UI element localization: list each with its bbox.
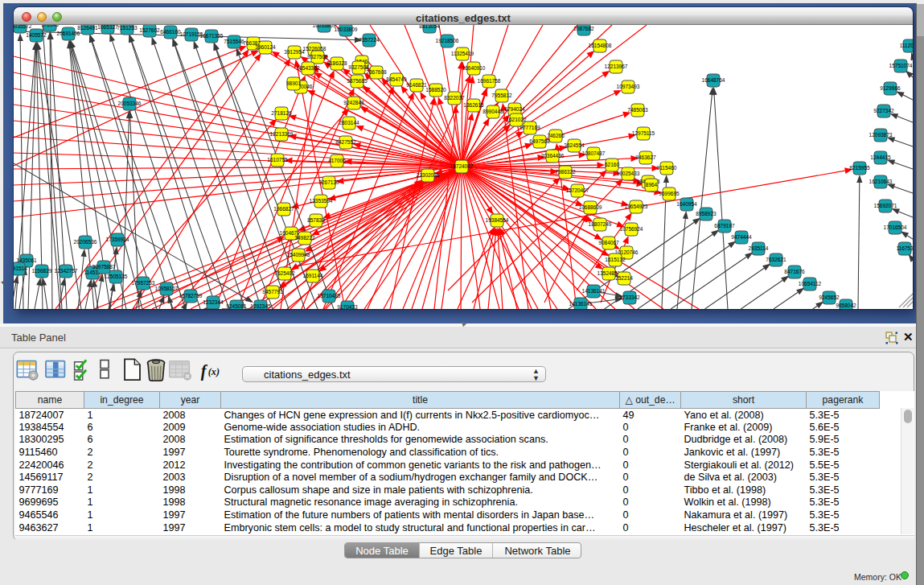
svg-text:9658042: 9658042 xyxy=(836,303,856,308)
svg-text:10654112: 10654112 xyxy=(799,281,822,286)
svg-text:6794024: 6794024 xyxy=(504,106,525,112)
svg-text:252214: 252214 xyxy=(615,275,633,281)
svg-text:8427552: 8427552 xyxy=(335,139,356,145)
svg-text:7357224: 7357224 xyxy=(359,37,380,43)
svg-text:6466160: 6466160 xyxy=(160,29,181,35)
svg-text:15692071: 15692071 xyxy=(874,203,897,208)
svg-text:16782759: 16782759 xyxy=(179,293,203,299)
svg-text:8186328: 8186328 xyxy=(326,60,347,66)
svg-text:19384554: 19384554 xyxy=(486,217,509,223)
svg-text:3498222: 3498222 xyxy=(294,235,315,241)
svg-text:11325419: 11325419 xyxy=(451,51,474,56)
svg-text:9777169: 9777169 xyxy=(519,125,540,130)
svg-text:1405572: 1405572 xyxy=(26,32,47,38)
svg-text:116753: 116753 xyxy=(896,245,913,251)
svg-text:7515546: 7515546 xyxy=(224,39,244,44)
svg-text:12505135: 12505135 xyxy=(105,274,128,279)
svg-text:20691406: 20691406 xyxy=(57,31,80,36)
svg-text:9115460: 9115460 xyxy=(657,165,677,171)
svg-text:15751074: 15751074 xyxy=(889,63,913,68)
svg-text:16033809: 16033809 xyxy=(313,25,336,28)
svg-text:8990448: 8990448 xyxy=(483,109,503,114)
svg-text:15710485: 15710485 xyxy=(318,293,341,299)
svg-text:62160: 62160 xyxy=(605,162,619,167)
svg-text:7151253: 7151253 xyxy=(117,25,138,31)
svg-text:976145: 976145 xyxy=(41,25,59,27)
svg-text:17016504: 17016504 xyxy=(884,225,907,230)
svg-text:10688609: 10688609 xyxy=(579,204,602,210)
svg-text:10807487: 10807487 xyxy=(582,150,606,156)
svg-text:2087682: 2087682 xyxy=(573,26,594,31)
svg-text:16961758: 16961758 xyxy=(478,78,501,84)
svg-text:15409948: 15409948 xyxy=(287,252,310,257)
svg-text:1244415: 1244415 xyxy=(870,154,891,160)
svg-text:1615132: 1615132 xyxy=(605,257,626,262)
svg-text:9457791: 9457791 xyxy=(262,289,283,295)
svg-text:9170433: 9170433 xyxy=(337,304,358,309)
svg-text:1232344: 1232344 xyxy=(203,299,224,305)
svg-text:3912954: 3912954 xyxy=(284,49,305,55)
svg-text:9242848: 9242848 xyxy=(343,100,364,105)
svg-text:1621022: 1621022 xyxy=(506,117,527,122)
svg-text:7485063: 7485063 xyxy=(627,107,648,113)
svg-text:7625402: 7625402 xyxy=(274,270,295,276)
svg-text:19218506: 19218506 xyxy=(436,38,459,43)
svg-text:16154808: 16154808 xyxy=(589,43,612,48)
svg-text:6879197: 6879197 xyxy=(714,223,735,229)
svg-text:9699695: 9699695 xyxy=(659,191,680,196)
svg-text:1733342: 1733342 xyxy=(619,295,640,300)
svg-text:2803144: 2803144 xyxy=(339,120,359,126)
svg-text:1112053: 1112053 xyxy=(900,43,913,48)
svg-text:12975115: 12975115 xyxy=(632,130,655,136)
svg-text:9146821: 9146821 xyxy=(406,82,427,88)
svg-text:9463627: 9463627 xyxy=(635,154,656,160)
svg-text:16640910: 16640910 xyxy=(462,65,486,71)
svg-text:1292345: 1292345 xyxy=(250,303,271,309)
svg-text:14136141: 14136141 xyxy=(569,301,593,307)
svg-text:2367608: 2367608 xyxy=(366,69,387,75)
svg-text:8126491: 8126491 xyxy=(77,25,98,31)
svg-text:9474444: 9474444 xyxy=(731,234,752,240)
svg-text:1156829: 1156829 xyxy=(32,268,52,274)
svg-text:12093873: 12093873 xyxy=(869,132,893,138)
svg-text:1966827: 1966827 xyxy=(273,206,294,212)
svg-text:8964: 8964 xyxy=(646,182,658,187)
svg-text:3267130: 3267130 xyxy=(318,179,339,185)
svg-text:14136141: 14136141 xyxy=(582,288,606,294)
svg-text:f: f xyxy=(201,362,208,381)
svg-text:1691144: 1691144 xyxy=(303,273,323,278)
svg-text:20206536: 20206536 xyxy=(74,239,97,245)
svg-text:3960124: 3960124 xyxy=(255,44,276,50)
svg-text:30975887: 30975887 xyxy=(92,264,116,270)
svg-text:9245652: 9245652 xyxy=(819,295,840,300)
svg-text:417006: 417006 xyxy=(328,158,346,163)
svg-text:23302035: 23302035 xyxy=(417,172,440,178)
svg-text:9084067: 9084067 xyxy=(598,240,619,245)
svg-text:16671355: 16671355 xyxy=(200,33,224,39)
svg-text:8454749: 8454749 xyxy=(386,76,407,82)
svg-text:8322037: 8322037 xyxy=(444,95,465,101)
svg-text:1362615: 1362615 xyxy=(463,102,484,108)
svg-text:98901: 98901 xyxy=(286,80,301,86)
svg-text:15720407: 15720407 xyxy=(566,187,589,193)
svg-text:1065327: 1065327 xyxy=(97,25,118,30)
svg-text:391514: 391514 xyxy=(14,266,27,271)
svg-text:10756924: 10756924 xyxy=(620,226,643,232)
svg-text:7986322: 7986322 xyxy=(555,169,576,175)
svg-text:13353594: 13353594 xyxy=(310,198,333,204)
svg-text:(x): (x) xyxy=(208,367,220,378)
svg-text:857833: 857833 xyxy=(307,217,325,223)
svg-text:9227342: 9227342 xyxy=(873,108,894,113)
svg-text:8215955: 8215955 xyxy=(849,165,870,171)
svg-text:20053346: 20053346 xyxy=(118,101,142,106)
svg-text:9327505: 9327505 xyxy=(307,54,328,60)
svg-text:2718126: 2718126 xyxy=(271,110,292,116)
svg-text:16033809: 16033809 xyxy=(335,27,358,32)
svg-text:17359934: 17359934 xyxy=(106,237,129,242)
svg-text:7632621: 7632621 xyxy=(766,257,786,262)
svg-text:8813054: 8813054 xyxy=(419,25,440,29)
svg-text:18807249: 18807249 xyxy=(589,221,612,227)
svg-text:16648764: 16648764 xyxy=(702,77,725,83)
svg-text:12213967: 12213967 xyxy=(605,64,628,69)
svg-text:14035572: 14035572 xyxy=(14,25,32,29)
